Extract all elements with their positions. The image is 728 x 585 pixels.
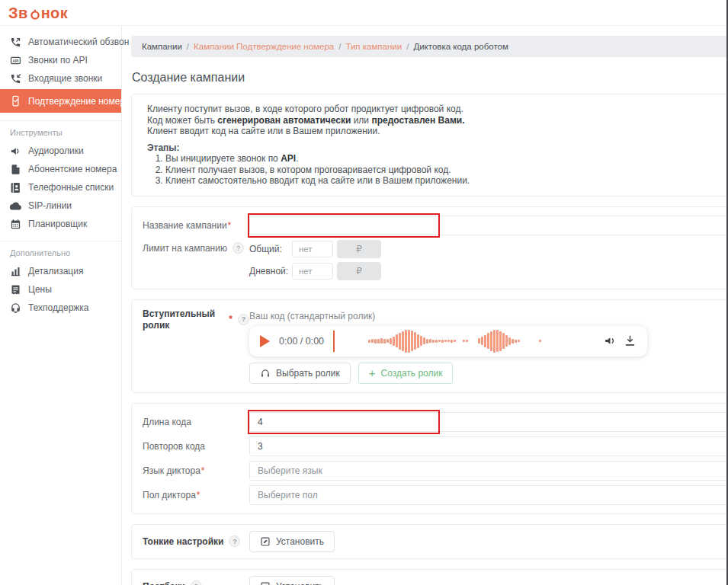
waveform-bar [447, 340, 450, 342]
waveform-bar [457, 340, 459, 342]
limit-daily-input[interactable] [292, 263, 333, 280]
sidebar-item-subscriber-numbers[interactable]: Абонентские номера [0, 160, 121, 178]
play-button[interactable] [260, 335, 270, 347]
waveform[interactable] [344, 329, 591, 353]
breadcrumb-separator: / [406, 42, 409, 51]
price-list-icon [10, 284, 21, 296]
waveform-bar [475, 340, 477, 342]
create-clip-button[interactable]: + Создать ролик [358, 363, 454, 384]
waveform-bar [527, 340, 529, 342]
code-length-input[interactable] [249, 412, 728, 432]
sidebar-item-label: SIP-линии [28, 200, 72, 211]
sidebar-item-phone-lists[interactable]: Телефонные списки [0, 178, 121, 197]
limit-total-input[interactable] [292, 241, 333, 257]
waveform-bar [512, 339, 514, 344]
waveform-bar [518, 340, 520, 342]
postbacks-label: Постбеки ? [143, 576, 249, 585]
sidebar-item-label: Абонентские номера [28, 164, 117, 174]
help-icon[interactable]: ? [229, 535, 240, 547]
intro-info-card: Клиенту поступит вызов, в ходе которого … [131, 94, 728, 197]
speaker-language-select[interactable] [249, 461, 728, 481]
help-icon[interactable]: ? [238, 314, 249, 325]
sidebar-item-sip-lines[interactable]: SIP-линии [0, 197, 121, 215]
waveform-bar [487, 333, 489, 349]
fine-settings-set-button[interactable]: Установить [249, 531, 335, 552]
waveform-bar [423, 337, 425, 344]
breadcrumb-separator: / [338, 42, 341, 51]
waveform-bar [545, 340, 547, 342]
sidebar-item-audio-clips[interactable]: Аудиоролики [0, 142, 121, 160]
waveform-bar [572, 340, 575, 342]
step-item: Клиент получает вызов, в котором прогова… [165, 165, 728, 176]
breadcrumb-separator: / [187, 42, 189, 51]
waveform-bar [579, 340, 581, 342]
intro-line-3: Клиент вводит код на сайте или в Вашем п… [147, 126, 728, 137]
steps-list: Вы инициируете звонок по API. Клиент пол… [147, 153, 728, 187]
sidebar-item-details[interactable]: Детализация [0, 262, 121, 280]
logo-text-part2: нок [41, 5, 69, 22]
sidebar-item-incoming-calls[interactable]: Входящие звонки [0, 69, 121, 88]
code-length-label: Длина кода [143, 412, 249, 432]
breadcrumb-item-campaign-type[interactable]: Тип кампании [345, 42, 402, 51]
campaign-name-label: Название кампании* [143, 216, 249, 235]
postbacks-set-button[interactable]: Установить [249, 576, 335, 585]
sidebar-item-label: Звонки по API [28, 55, 88, 66]
breadcrumb-item-campaigns: Кампании [142, 42, 182, 51]
sidebar-item-scheduler[interactable]: Планировщик [0, 215, 121, 233]
waveform-bar [502, 333, 505, 349]
waveform-bar [365, 340, 367, 342]
edit-icon [260, 536, 271, 547]
waveform-bar [417, 334, 419, 348]
waveform-bar [344, 340, 346, 342]
sidebar-section-extra: Дополнительно [0, 241, 121, 262]
intro-line-1: Клиенту поступит вызов, в ходе которого … [147, 104, 728, 115]
waveform-bar [576, 340, 578, 342]
waveform-bar [521, 340, 523, 342]
waveform-bar [496, 330, 499, 352]
waveform-bar [530, 340, 532, 342]
waveform-bar [542, 340, 544, 342]
waveform-bar [478, 338, 480, 344]
headphones-icon [260, 368, 271, 379]
waveform-bar [515, 340, 517, 343]
required-mark: * [201, 461, 205, 481]
waveform-bar [420, 336, 422, 346]
waveform-bar [444, 340, 447, 342]
playhead-marker [333, 331, 335, 352]
waveform-bar [399, 333, 401, 350]
code-repeats-label: Повторов кода [143, 436, 249, 456]
help-icon[interactable]: ? [233, 242, 244, 254]
logo[interactable]: Зв нок [8, 5, 728, 22]
volume-icon[interactable] [604, 334, 617, 347]
sidebar-item-label: Телефонные списки [28, 182, 114, 193]
sidebar-item-label: Детализация [28, 266, 83, 277]
phone-incoming-icon [10, 73, 21, 85]
help-icon[interactable]: ? [191, 580, 202, 585]
breadcrumb-item-confirmation-campaigns[interactable]: Кампании Подтверждение номера [194, 42, 334, 51]
campaign-name-input[interactable] [249, 216, 728, 235]
name-limit-card: Название кампании* Лимит на кампанию ? О… [131, 206, 728, 289]
sidebar: Автоматический обзвон API Звонки по API … [0, 26, 122, 585]
waveform-bar [359, 340, 361, 342]
waveform-bar [396, 334, 398, 347]
fine-settings-label: Тонкие настройки ? [143, 531, 249, 552]
speaker-gender-select[interactable] [249, 485, 728, 505]
limit-daily-label: Дневной: [249, 266, 292, 277]
download-icon[interactable] [624, 334, 637, 347]
sidebar-item-prices[interactable]: Цены [0, 280, 121, 299]
waveform-bar [460, 340, 462, 342]
waveform-bar [557, 340, 560, 342]
choose-clip-button[interactable]: Выбрать ролик [249, 363, 351, 384]
waveform-bar [472, 340, 474, 342]
sidebar-item-auto-dial[interactable]: Автоматический обзвон [0, 33, 121, 51]
sidebar-item-support[interactable]: Техподдержка [0, 299, 121, 317]
waveform-bar [362, 340, 364, 342]
waveform-bar [524, 340, 526, 342]
sidebar-item-api-calls[interactable]: API Звонки по API [0, 51, 121, 69]
waveform-bar [582, 340, 584, 342]
sidebar-item-number-confirmation[interactable]: Подтверждение номера [0, 89, 121, 113]
waveform-bar [353, 340, 355, 342]
code-repeats-input[interactable] [249, 436, 728, 456]
svg-text:API: API [13, 59, 19, 62]
speaker-language-label: Язык диктора* [143, 461, 249, 481]
